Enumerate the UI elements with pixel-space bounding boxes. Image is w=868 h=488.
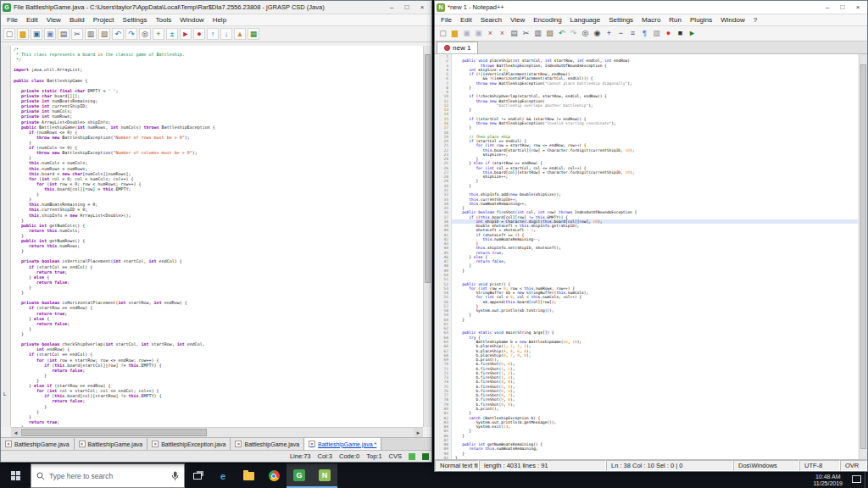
jgrasp-titlebar[interactable]: G File BattleshipGame.java - C:\Users\ta…: [1, 1, 431, 14]
jgrasp-editor[interactable]: /* * This class represents a board in th…: [11, 46, 423, 427]
scroll-left-icon[interactable]: ◄: [11, 428, 20, 437]
close-button[interactable]: ×: [850, 2, 865, 14]
jgrasp-menu-settings[interactable]: Settings: [119, 16, 152, 24]
play-macro-icon[interactable]: ►: [687, 28, 698, 39]
jgrasp-horizontal-scrollbar[interactable]: ◄ ►: [11, 427, 423, 437]
open-folder-icon[interactable]: ▆: [449, 28, 460, 39]
find-icon[interactable]: ◎: [139, 28, 151, 40]
npp-menu-run[interactable]: Run: [665, 16, 686, 24]
minimize-button[interactable]: –: [384, 2, 399, 14]
scroll-right-icon[interactable]: ►: [414, 428, 423, 437]
replace-icon[interactable]: ◉: [592, 28, 603, 39]
print-icon[interactable]: ▤: [58, 28, 70, 40]
show-all-chars-icon[interactable]: ¶: [639, 28, 650, 39]
npp-menu-encoding[interactable]: Encoding: [529, 16, 565, 24]
file-tab[interactable]: ×BattleshipGame.java: [231, 438, 304, 450]
close-icon[interactable]: ×: [485, 28, 496, 39]
record-macro-icon[interactable]: ●: [663, 28, 674, 39]
taskbar-clock[interactable]: 10:48 AM 11/25/2019: [813, 474, 843, 487]
copy-icon[interactable]: ▥: [85, 28, 97, 40]
step-down-icon[interactable]: ↓: [220, 28, 232, 40]
npp-menu-macro[interactable]: Macro: [637, 16, 665, 24]
scrollbar-thumb[interactable]: [860, 64, 866, 449]
compile-debug-icon[interactable]: ±: [166, 28, 178, 40]
npp-menu-settings[interactable]: Settings: [604, 16, 637, 24]
jgrasp-menu-project[interactable]: Project: [89, 16, 119, 24]
close-button[interactable]: ×: [415, 2, 430, 14]
undo-icon[interactable]: ↶: [112, 28, 124, 40]
jgrasp-menu-help[interactable]: Help: [209, 16, 231, 24]
cut-icon[interactable]: ✂: [71, 28, 83, 40]
redo-icon[interactable]: ↷: [125, 28, 137, 40]
jgrasp-menu-window[interactable]: Window: [175, 16, 208, 24]
new-file-icon[interactable]: ▢: [3, 28, 15, 40]
word-wrap-icon[interactable]: ≡: [627, 28, 638, 39]
file-tab[interactable]: ×BattleshipException.java: [147, 438, 231, 450]
notepad-plus-plus-taskbar-icon[interactable]: N: [312, 463, 337, 488]
close-all-icon[interactable]: ×: [497, 28, 508, 39]
notepadpp-vertical-scrollbar[interactable]: [859, 54, 867, 459]
save-all-icon[interactable]: ▣: [44, 28, 56, 40]
save-all-icon[interactable]: ▣: [473, 28, 484, 39]
file-tab[interactable]: ×BattleshipGame.java: [75, 438, 148, 450]
zoom-in-icon[interactable]: +: [604, 28, 615, 39]
redo-icon[interactable]: ↷: [568, 28, 579, 39]
npp-menu-edit[interactable]: Edit: [456, 16, 476, 24]
print-icon[interactable]: ▤: [509, 28, 520, 39]
notepadpp-titlebar[interactable]: N *new 1 - Notepad++ – □ ×: [435, 1, 867, 14]
file-tab[interactable]: ×BattleshipGame.java: [1, 438, 75, 450]
open-folder-icon[interactable]: ▆: [17, 28, 29, 40]
compile-icon[interactable]: +: [153, 28, 164, 40]
edge-taskbar-icon[interactable]: e: [210, 463, 236, 488]
indent-guide-icon[interactable]: ▥: [651, 28, 662, 39]
maximize-button[interactable]: □: [835, 2, 850, 14]
npp-menu-view[interactable]: View: [506, 16, 529, 24]
find-icon[interactable]: ◎: [580, 28, 591, 39]
npp-menu-language[interactable]: Language: [566, 16, 605, 24]
paste-icon[interactable]: ▧: [98, 28, 110, 40]
debug-icon[interactable]: ●: [193, 28, 205, 40]
close-tab-icon[interactable]: ×: [235, 441, 242, 447]
npp-menu-help[interactable]: ?: [749, 16, 761, 24]
save-icon[interactable]: ▣: [461, 28, 472, 39]
maximize-button[interactable]: □: [399, 2, 415, 14]
jgrasp-menu-edit[interactable]: Edit: [22, 16, 42, 24]
close-tab-icon[interactable]: ×: [309, 441, 315, 447]
scrollbar-thumb[interactable]: [21, 429, 207, 436]
jgrasp-menu-build[interactable]: Build: [65, 16, 89, 24]
file-explorer-taskbar-icon[interactable]: [236, 463, 261, 488]
scrollbar-thumb[interactable]: [425, 54, 431, 283]
paste-icon[interactable]: ▧: [544, 28, 555, 39]
close-tab-icon[interactable]: ×: [79, 441, 86, 447]
npp-menu-window[interactable]: Window: [716, 16, 748, 24]
cut-icon[interactable]: ✂: [520, 28, 531, 39]
new-file-icon[interactable]: ▢: [437, 28, 448, 39]
stop-macro-icon[interactable]: ■: [675, 28, 686, 39]
jgrasp-menu-tools[interactable]: Tools: [152, 16, 176, 24]
chrome-taskbar-icon[interactable]: [261, 463, 287, 488]
taskbar-search-input[interactable]: Type here to search: [31, 463, 185, 488]
zoom-out-icon[interactable]: −: [615, 28, 626, 39]
minimize-button[interactable]: –: [820, 2, 835, 14]
jgrasp-menu-view[interactable]: View: [42, 16, 65, 24]
project-grid-icon[interactable]: ▦: [248, 28, 259, 40]
jgrasp-taskbar-icon[interactable]: G: [287, 463, 312, 488]
task-view-taskbar-icon[interactable]: [185, 463, 210, 488]
jgrasp-menu-file[interactable]: File: [3, 16, 22, 24]
status-insert-mode[interactable]: OVR: [840, 460, 867, 471]
step-up-icon[interactable]: ↑: [207, 28, 219, 40]
npp-menu-search[interactable]: Search: [476, 16, 506, 24]
run-applet-icon[interactable]: ▲: [234, 28, 246, 40]
microphone-icon[interactable]: [171, 471, 179, 481]
document-tab[interactable]: new 1: [437, 42, 478, 53]
npp-menu-file[interactable]: File: [437, 16, 456, 24]
start-button[interactable]: [0, 463, 31, 488]
copy-icon[interactable]: ▥: [532, 28, 543, 39]
close-tab-icon[interactable]: ×: [152, 441, 159, 447]
file-tab[interactable]: ×BattleshipGame.java *: [304, 438, 381, 450]
run-icon[interactable]: ►: [180, 28, 192, 40]
npp-menu-plugins[interactable]: Plugins: [686, 16, 716, 24]
close-tab-icon[interactable]: ×: [5, 441, 12, 447]
notepadpp-editor[interactable]: 1 2 public void placeShip(int startCol, …: [436, 54, 858, 459]
action-center-icon[interactable]: [852, 475, 861, 483]
